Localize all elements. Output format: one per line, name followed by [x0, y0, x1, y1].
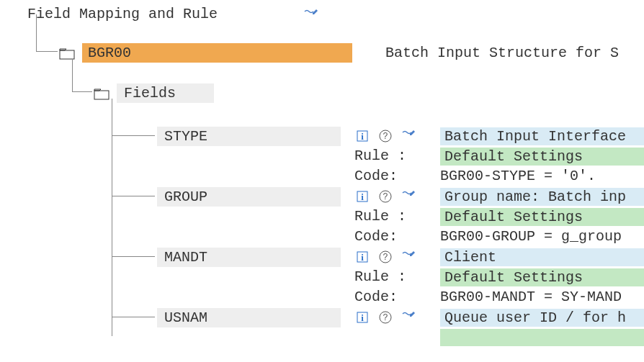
rule-value: Default Settings — [440, 208, 644, 226]
info-icon[interactable]: i — [354, 128, 370, 144]
svg-text:?: ? — [383, 253, 388, 263]
help-icon[interactable]: ? — [377, 309, 393, 325]
svg-rect-0 — [60, 50, 74, 59]
info-icon[interactable]: i — [354, 249, 370, 265]
field-stype[interactable]: STYPE — [157, 127, 341, 146]
folder-icon[interactable] — [94, 88, 109, 99]
svg-rect-1 — [94, 91, 109, 99]
code-label: Code: — [354, 168, 398, 184]
edit-icon[interactable] — [401, 249, 416, 265]
svg-text:?: ? — [383, 313, 388, 323]
code-value: BGR00-MANDT = SY-MAND — [440, 289, 622, 305]
field-usnam[interactable]: USNAM — [157, 308, 341, 327]
structure-description: Batch Input Structure for S — [385, 45, 619, 61]
code-label: Code: — [354, 289, 398, 305]
help-icon[interactable]: ? — [377, 189, 393, 204]
fields-label[interactable]: Fields — [117, 83, 214, 103]
edit-icon[interactable] — [401, 189, 416, 204]
svg-text:?: ? — [383, 192, 388, 202]
svg-text:i: i — [361, 252, 364, 263]
svg-text:i: i — [361, 312, 364, 323]
svg-text:i: i — [361, 131, 364, 142]
edit-icon[interactable] — [401, 309, 416, 325]
resize-handle[interactable] — [7, 0, 22, 2]
edit-icon[interactable] — [401, 128, 416, 144]
rule-label: Rule : — [354, 208, 406, 225]
field-description: Group name: Batch inp — [440, 188, 644, 206]
edit-icon[interactable] — [303, 9, 318, 27]
field-description: Batch Input Interface — [440, 127, 644, 145]
field-mandt[interactable]: MANDT — [157, 248, 341, 267]
folder-icon[interactable] — [59, 47, 75, 59]
code-value: BGR00-STYPE = '0'. — [440, 168, 596, 184]
help-icon[interactable]: ? — [377, 249, 393, 265]
code-label: Code: — [354, 228, 398, 245]
info-icon[interactable]: i — [354, 189, 370, 204]
field-group[interactable]: GROUP — [157, 187, 341, 207]
rule-value: Default Settings — [440, 148, 644, 166]
root-title: Field Mapping and Rule — [27, 6, 218, 22]
info-icon[interactable]: i — [354, 309, 370, 325]
rule-label: Rule : — [354, 148, 406, 164]
structure-name[interactable]: BGR00 — [82, 43, 352, 63]
rule-value: Default Settings — [440, 268, 644, 286]
field-description: Client — [440, 248, 644, 266]
svg-text:i: i — [361, 191, 364, 202]
svg-text:?: ? — [383, 132, 388, 142]
field-description: Queue user ID / for h — [440, 309, 644, 327]
rule-value — [440, 329, 644, 346]
code-value: BGR00-GROUP = g_group — [440, 228, 622, 245]
help-icon[interactable]: ? — [377, 128, 393, 144]
rule-label: Rule : — [354, 268, 406, 285]
